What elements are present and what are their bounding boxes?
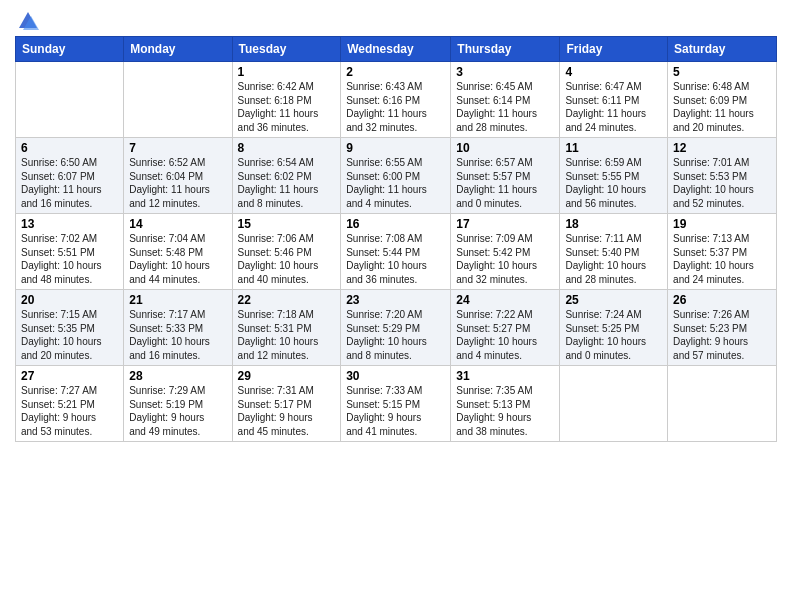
day-number: 17 <box>456 217 554 231</box>
day-info: Sunrise: 6:54 AM Sunset: 6:02 PM Dayligh… <box>238 156 336 210</box>
day-info: Sunrise: 6:48 AM Sunset: 6:09 PM Dayligh… <box>673 80 771 134</box>
calendar-week-row: 20Sunrise: 7:15 AM Sunset: 5:35 PM Dayli… <box>16 290 777 366</box>
day-info: Sunrise: 7:18 AM Sunset: 5:31 PM Dayligh… <box>238 308 336 362</box>
weekday-header: Saturday <box>668 37 777 62</box>
day-number: 23 <box>346 293 445 307</box>
weekday-header: Sunday <box>16 37 124 62</box>
calendar-cell: 6Sunrise: 6:50 AM Sunset: 6:07 PM Daylig… <box>16 138 124 214</box>
day-info: Sunrise: 7:11 AM Sunset: 5:40 PM Dayligh… <box>565 232 662 286</box>
day-info: Sunrise: 6:50 AM Sunset: 6:07 PM Dayligh… <box>21 156 118 210</box>
day-number: 10 <box>456 141 554 155</box>
calendar-cell: 20Sunrise: 7:15 AM Sunset: 5:35 PM Dayli… <box>16 290 124 366</box>
day-info: Sunrise: 7:24 AM Sunset: 5:25 PM Dayligh… <box>565 308 662 362</box>
day-info: Sunrise: 7:27 AM Sunset: 5:21 PM Dayligh… <box>21 384 118 438</box>
day-info: Sunrise: 7:33 AM Sunset: 5:15 PM Dayligh… <box>346 384 445 438</box>
calendar-cell: 26Sunrise: 7:26 AM Sunset: 5:23 PM Dayli… <box>668 290 777 366</box>
day-number: 31 <box>456 369 554 383</box>
calendar-cell: 12Sunrise: 7:01 AM Sunset: 5:53 PM Dayli… <box>668 138 777 214</box>
calendar-week-row: 6Sunrise: 6:50 AM Sunset: 6:07 PM Daylig… <box>16 138 777 214</box>
day-number: 1 <box>238 65 336 79</box>
day-info: Sunrise: 7:09 AM Sunset: 5:42 PM Dayligh… <box>456 232 554 286</box>
day-info: Sunrise: 6:42 AM Sunset: 6:18 PM Dayligh… <box>238 80 336 134</box>
calendar-cell: 19Sunrise: 7:13 AM Sunset: 5:37 PM Dayli… <box>668 214 777 290</box>
day-number: 15 <box>238 217 336 231</box>
calendar-cell: 29Sunrise: 7:31 AM Sunset: 5:17 PM Dayli… <box>232 366 341 442</box>
calendar-cell: 8Sunrise: 6:54 AM Sunset: 6:02 PM Daylig… <box>232 138 341 214</box>
logo-icon <box>17 10 39 32</box>
day-number: 28 <box>129 369 226 383</box>
calendar-cell: 22Sunrise: 7:18 AM Sunset: 5:31 PM Dayli… <box>232 290 341 366</box>
day-number: 21 <box>129 293 226 307</box>
day-info: Sunrise: 6:47 AM Sunset: 6:11 PM Dayligh… <box>565 80 662 134</box>
day-info: Sunrise: 7:15 AM Sunset: 5:35 PM Dayligh… <box>21 308 118 362</box>
day-info: Sunrise: 7:13 AM Sunset: 5:37 PM Dayligh… <box>673 232 771 286</box>
calendar-cell: 27Sunrise: 7:27 AM Sunset: 5:21 PM Dayli… <box>16 366 124 442</box>
calendar-cell: 25Sunrise: 7:24 AM Sunset: 5:25 PM Dayli… <box>560 290 668 366</box>
calendar-cell: 10Sunrise: 6:57 AM Sunset: 5:57 PM Dayli… <box>451 138 560 214</box>
day-number: 5 <box>673 65 771 79</box>
header <box>15 10 777 28</box>
weekday-header: Tuesday <box>232 37 341 62</box>
day-number: 29 <box>238 369 336 383</box>
calendar-cell <box>124 62 232 138</box>
day-info: Sunrise: 7:26 AM Sunset: 5:23 PM Dayligh… <box>673 308 771 362</box>
page-container: SundayMondayTuesdayWednesdayThursdayFrid… <box>0 0 792 452</box>
day-number: 8 <box>238 141 336 155</box>
day-info: Sunrise: 7:01 AM Sunset: 5:53 PM Dayligh… <box>673 156 771 210</box>
weekday-header: Wednesday <box>341 37 451 62</box>
day-number: 3 <box>456 65 554 79</box>
calendar-header-row: SundayMondayTuesdayWednesdayThursdayFrid… <box>16 37 777 62</box>
day-info: Sunrise: 7:20 AM Sunset: 5:29 PM Dayligh… <box>346 308 445 362</box>
day-number: 20 <box>21 293 118 307</box>
calendar-week-row: 1Sunrise: 6:42 AM Sunset: 6:18 PM Daylig… <box>16 62 777 138</box>
day-number: 6 <box>21 141 118 155</box>
calendar-cell: 5Sunrise: 6:48 AM Sunset: 6:09 PM Daylig… <box>668 62 777 138</box>
day-number: 27 <box>21 369 118 383</box>
day-number: 7 <box>129 141 226 155</box>
calendar-cell: 4Sunrise: 6:47 AM Sunset: 6:11 PM Daylig… <box>560 62 668 138</box>
calendar-cell: 3Sunrise: 6:45 AM Sunset: 6:14 PM Daylig… <box>451 62 560 138</box>
weekday-header: Thursday <box>451 37 560 62</box>
calendar-cell: 17Sunrise: 7:09 AM Sunset: 5:42 PM Dayli… <box>451 214 560 290</box>
calendar-cell: 28Sunrise: 7:29 AM Sunset: 5:19 PM Dayli… <box>124 366 232 442</box>
weekday-header: Monday <box>124 37 232 62</box>
calendar-cell <box>668 366 777 442</box>
day-number: 14 <box>129 217 226 231</box>
day-info: Sunrise: 7:31 AM Sunset: 5:17 PM Dayligh… <box>238 384 336 438</box>
day-info: Sunrise: 6:52 AM Sunset: 6:04 PM Dayligh… <box>129 156 226 210</box>
day-number: 11 <box>565 141 662 155</box>
day-info: Sunrise: 7:35 AM Sunset: 5:13 PM Dayligh… <box>456 384 554 438</box>
calendar-cell: 16Sunrise: 7:08 AM Sunset: 5:44 PM Dayli… <box>341 214 451 290</box>
day-info: Sunrise: 7:06 AM Sunset: 5:46 PM Dayligh… <box>238 232 336 286</box>
calendar-week-row: 27Sunrise: 7:27 AM Sunset: 5:21 PM Dayli… <box>16 366 777 442</box>
weekday-header: Friday <box>560 37 668 62</box>
day-info: Sunrise: 7:08 AM Sunset: 5:44 PM Dayligh… <box>346 232 445 286</box>
day-info: Sunrise: 7:29 AM Sunset: 5:19 PM Dayligh… <box>129 384 226 438</box>
day-info: Sunrise: 6:59 AM Sunset: 5:55 PM Dayligh… <box>565 156 662 210</box>
day-number: 30 <box>346 369 445 383</box>
day-number: 24 <box>456 293 554 307</box>
day-number: 26 <box>673 293 771 307</box>
calendar-cell <box>560 366 668 442</box>
day-info: Sunrise: 7:17 AM Sunset: 5:33 PM Dayligh… <box>129 308 226 362</box>
calendar-cell: 11Sunrise: 6:59 AM Sunset: 5:55 PM Dayli… <box>560 138 668 214</box>
day-number: 25 <box>565 293 662 307</box>
day-info: Sunrise: 7:02 AM Sunset: 5:51 PM Dayligh… <box>21 232 118 286</box>
calendar-cell: 31Sunrise: 7:35 AM Sunset: 5:13 PM Dayli… <box>451 366 560 442</box>
calendar-cell: 24Sunrise: 7:22 AM Sunset: 5:27 PM Dayli… <box>451 290 560 366</box>
logo <box>15 10 39 28</box>
day-number: 4 <box>565 65 662 79</box>
day-number: 12 <box>673 141 771 155</box>
calendar-cell: 18Sunrise: 7:11 AM Sunset: 5:40 PM Dayli… <box>560 214 668 290</box>
calendar-cell <box>16 62 124 138</box>
day-info: Sunrise: 6:55 AM Sunset: 6:00 PM Dayligh… <box>346 156 445 210</box>
day-info: Sunrise: 7:22 AM Sunset: 5:27 PM Dayligh… <box>456 308 554 362</box>
calendar-cell: 2Sunrise: 6:43 AM Sunset: 6:16 PM Daylig… <box>341 62 451 138</box>
day-number: 9 <box>346 141 445 155</box>
calendar-cell: 23Sunrise: 7:20 AM Sunset: 5:29 PM Dayli… <box>341 290 451 366</box>
day-info: Sunrise: 6:57 AM Sunset: 5:57 PM Dayligh… <box>456 156 554 210</box>
calendar-table: SundayMondayTuesdayWednesdayThursdayFrid… <box>15 36 777 442</box>
calendar-cell: 30Sunrise: 7:33 AM Sunset: 5:15 PM Dayli… <box>341 366 451 442</box>
day-info: Sunrise: 6:45 AM Sunset: 6:14 PM Dayligh… <box>456 80 554 134</box>
calendar-cell: 13Sunrise: 7:02 AM Sunset: 5:51 PM Dayli… <box>16 214 124 290</box>
